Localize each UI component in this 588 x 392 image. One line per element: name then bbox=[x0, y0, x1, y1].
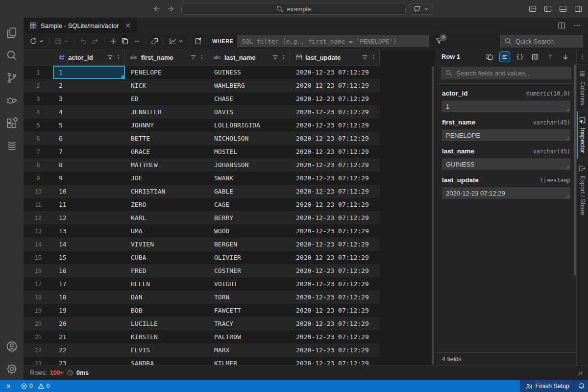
table-cell[interactable]: 14 bbox=[53, 238, 125, 251]
table-cell[interactable]: JOHANSSON bbox=[208, 158, 290, 172]
column-header-last_name[interactable]: abclast_name bbox=[208, 49, 290, 65]
table-cell[interactable]: ZERO bbox=[125, 198, 208, 211]
table-cell[interactable]: TRACY bbox=[208, 317, 290, 330]
back-icon[interactable] bbox=[153, 5, 161, 13]
table-cell[interactable]: VOIGHT bbox=[208, 277, 290, 291]
field-value-input[interactable]: GUINESS bbox=[442, 158, 570, 170]
map-view-icon[interactable] bbox=[530, 51, 540, 62]
table-cell[interactable]: KILMER bbox=[208, 357, 290, 365]
selection-handle[interactable] bbox=[122, 75, 125, 79]
close-icon[interactable] bbox=[124, 22, 131, 29]
quick-search-input[interactable]: Quick Search bbox=[500, 35, 583, 48]
table-cell[interactable]: CHASE bbox=[208, 92, 290, 105]
table-cell[interactable]: 6 bbox=[53, 132, 125, 145]
table-cell[interactable]: 2 bbox=[53, 79, 125, 92]
row-number[interactable]: 8 bbox=[24, 162, 53, 169]
table-cell[interactable]: 2020-12-23 07:12:29 bbox=[290, 211, 380, 224]
tab-export-share[interactable]: Export / Share bbox=[577, 159, 588, 220]
remote-indicator[interactable] bbox=[0, 380, 17, 392]
duplicate-row-button[interactable] bbox=[119, 37, 131, 45]
row-number[interactable]: 18 bbox=[24, 294, 53, 301]
table-cell[interactable]: 2020-12-23 07:12:29 bbox=[290, 291, 380, 304]
table-cell[interactable]: 8 bbox=[53, 158, 125, 172]
table-cell[interactable]: GABLE bbox=[208, 185, 290, 198]
table-cell[interactable]: 2020-12-23 07:12:29 bbox=[290, 66, 380, 79]
row-number[interactable]: 22 bbox=[24, 347, 53, 354]
table-cell[interactable]: 19 bbox=[53, 304, 125, 317]
table-cell[interactable]: MATTHEW bbox=[125, 158, 208, 172]
add-row-button[interactable] bbox=[107, 37, 119, 45]
row-number[interactable]: 13 bbox=[24, 228, 53, 235]
table-cell[interactable]: 2020-12-23 07:12:29 bbox=[290, 198, 380, 211]
column-menu-icon[interactable] bbox=[370, 54, 376, 60]
table-cell[interactable]: 23 bbox=[53, 357, 125, 365]
row-number[interactable]: 10 bbox=[24, 188, 53, 195]
row-number[interactable]: 1 bbox=[24, 69, 53, 76]
notifications-bell[interactable] bbox=[575, 380, 588, 392]
table-cell[interactable]: JENNIFER bbox=[125, 105, 208, 119]
run-debug-icon[interactable] bbox=[0, 89, 24, 112]
table-cell[interactable]: JOHNNY bbox=[125, 119, 208, 132]
table-cell[interactable]: UMA bbox=[125, 224, 208, 238]
saved-filters-button[interactable]: 2 bbox=[435, 37, 443, 45]
table-cell[interactable]: 2020-12-23 07:12:29 bbox=[290, 105, 380, 119]
ungroup-button[interactable] bbox=[149, 37, 161, 45]
table-cell[interactable]: 2020-12-23 07:12:29 bbox=[290, 317, 380, 330]
column-header-first_name[interactable]: abcfirst_name bbox=[125, 49, 208, 65]
table-cell[interactable]: 9 bbox=[53, 172, 125, 185]
delete-row-button[interactable] bbox=[131, 37, 143, 45]
row-number[interactable]: 14 bbox=[24, 241, 53, 248]
tab-columns[interactable]: Columns bbox=[577, 64, 588, 111]
field-value-input[interactable]: PENELOPE bbox=[442, 129, 570, 141]
table-cell[interactable]: BOB bbox=[125, 304, 208, 317]
copy-row-icon[interactable] bbox=[484, 51, 495, 62]
row-number[interactable]: 17 bbox=[24, 281, 53, 288]
table-cell[interactable]: VIVIEN bbox=[125, 238, 208, 251]
column-filter-icon[interactable] bbox=[190, 54, 196, 61]
table-cell[interactable]: 15 bbox=[53, 251, 125, 264]
column-menu-icon[interactable] bbox=[116, 54, 122, 60]
sqlite-viewer-icon[interactable] bbox=[0, 134, 24, 157]
field-value-input[interactable]: 2020-12-23 07:12:29 bbox=[442, 187, 570, 199]
table-cell[interactable]: LUCILLE bbox=[125, 317, 208, 330]
table-cell[interactable]: 7 bbox=[53, 145, 125, 158]
table-cell[interactable]: 13 bbox=[53, 224, 125, 238]
table-cell[interactable]: 2020-12-23 07:12:29 bbox=[290, 185, 380, 198]
tab-sqlite-actor[interactable]: Sample - SQLite/main/actor bbox=[24, 18, 137, 33]
command-center-search[interactable]: example bbox=[181, 3, 406, 15]
toggle-sidebar-right-icon[interactable] bbox=[574, 5, 582, 13]
table-cell[interactable]: 11 bbox=[53, 198, 125, 211]
table-cell[interactable]: 2020-12-23 07:12:29 bbox=[290, 357, 380, 365]
table-cell[interactable]: BETTE bbox=[125, 132, 208, 145]
previous-row-icon[interactable] bbox=[545, 51, 556, 62]
table-cell[interactable]: 2020-12-23 07:12:29 bbox=[290, 92, 380, 105]
table-cell[interactable]: 2020-12-23 07:12:29 bbox=[290, 343, 380, 357]
problems-indicator[interactable]: 0 0 bbox=[21, 383, 49, 390]
table-cell[interactable]: 16 bbox=[53, 264, 125, 277]
table-cell[interactable]: 2020-12-23 07:12:29 bbox=[290, 145, 380, 158]
row-number[interactable]: 4 bbox=[24, 109, 53, 116]
column-filter-icon[interactable] bbox=[362, 54, 368, 61]
chart-button[interactable] bbox=[167, 37, 186, 45]
table-cell[interactable]: 1 bbox=[53, 66, 125, 79]
row-number[interactable]: 7 bbox=[24, 148, 53, 155]
column-filter-icon[interactable] bbox=[272, 54, 278, 61]
table-cell[interactable]: 20 bbox=[53, 317, 125, 330]
table-cell[interactable]: MOSTEL bbox=[208, 145, 290, 158]
table-cell[interactable]: BERGEN bbox=[208, 238, 290, 251]
row-number[interactable]: 16 bbox=[24, 268, 53, 274]
redo-button[interactable] bbox=[89, 37, 101, 45]
table-cell[interactable]: ED bbox=[125, 92, 208, 105]
table-cell[interactable]: WOOD bbox=[208, 224, 290, 238]
row-number[interactable]: 11 bbox=[24, 201, 53, 208]
row-number[interactable]: 12 bbox=[24, 215, 53, 221]
extensions-icon[interactable] bbox=[0, 112, 24, 134]
table-cell[interactable]: SANDRA bbox=[125, 357, 208, 365]
inspector-scrollbar[interactable] bbox=[574, 65, 576, 275]
table-cell[interactable]: COSTNER bbox=[208, 264, 290, 277]
table-cell[interactable]: 2020-12-23 07:12:29 bbox=[290, 330, 380, 343]
split-editor-icon[interactable] bbox=[558, 22, 565, 29]
table-cell[interactable]: KIRSTEN bbox=[125, 330, 208, 343]
customize-layout-icon[interactable] bbox=[529, 5, 537, 13]
column-menu-icon[interactable] bbox=[281, 54, 287, 60]
